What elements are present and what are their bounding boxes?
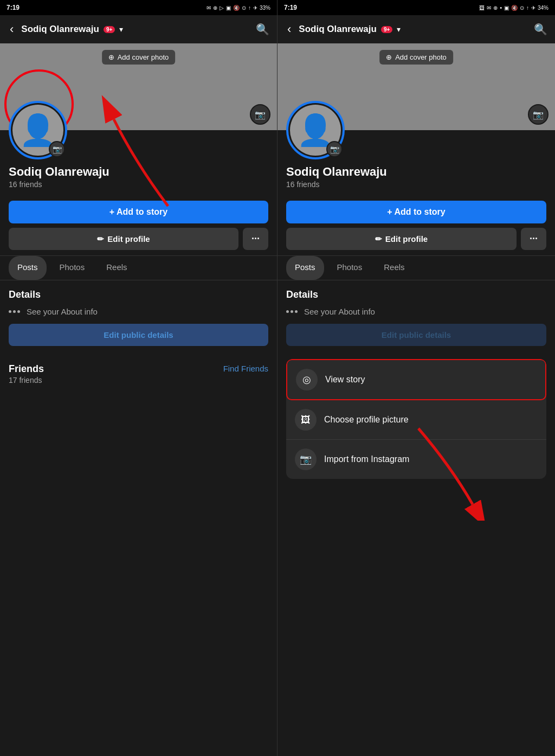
nav-bar-left: ‹ Sodiq Olanrewaju 9+ ▾ 🔍 (0, 15, 277, 43)
whatsapp-icon-r: ⊕ (493, 5, 498, 11)
details-title-right: Details (286, 289, 546, 300)
nav-title-left: Sodiq Olanrewaju (21, 24, 99, 35)
menu-view-story[interactable]: ◎ View story (286, 359, 546, 400)
airplane-icon: ✈ (253, 5, 257, 11)
profile-name-left: Sodiq Olanrewaju (9, 165, 268, 179)
mute-icon-r: 🔇 (511, 5, 518, 11)
choose-picture-icon: 🖼 (295, 409, 317, 431)
nav-title-container-right: Sodiq Olanrewaju 9+ ▾ (299, 24, 528, 35)
signal-icon: ↑ (248, 5, 251, 11)
dot3 (17, 310, 20, 313)
add-cover-btn-right[interactable]: ⊕ Add cover photo (379, 50, 453, 65)
friends-title-left: Friends (9, 363, 44, 375)
rdot3 (295, 310, 298, 313)
search-button-left[interactable]: 🔍 (256, 23, 269, 36)
add-cover-btn-left[interactable]: ⊕ Add cover photo (102, 50, 176, 65)
add-cover-label-right: Add cover photo (395, 53, 447, 61)
cover-camera-btn-left[interactable]: 📷 (250, 104, 270, 125)
add-story-btn-left[interactable]: + Add to story (9, 201, 268, 223)
signal-icon-r: ↑ (526, 5, 529, 11)
nav-badge-left: 9+ (104, 26, 115, 33)
about-dots-right (286, 310, 298, 313)
nav-bar-right: ‹ Sodiq Olanrewaju 9+ ▾ 🔍 (278, 15, 555, 43)
find-friends-btn-left[interactable]: Find Friends (223, 363, 268, 374)
avatar-camera-icon-right: 📷 (330, 145, 339, 153)
dropdown-menu-right: ◎ View story 🖼 Choose profile picture 📷 … (286, 359, 546, 479)
avatar-container-left: 👤 📷 (9, 101, 67, 159)
tabs-right: Posts Photos Reels (278, 255, 555, 280)
view-story-label: View story (325, 375, 365, 385)
profile-section-left: 👤 📷 Sodiq Olanrewaju 16 friends (0, 130, 277, 195)
profile-name-right: Sodiq Olanrewaju (286, 165, 546, 179)
avatar-camera-icon-left: 📷 (53, 145, 62, 153)
nav-dropdown-left[interactable]: ▾ (119, 25, 123, 34)
import-instagram-label: Import from Instagram (324, 454, 409, 464)
about-text-left: See your About info (27, 307, 98, 316)
whatsapp-icon: ⊕ (213, 5, 217, 11)
edit-public-btn-left[interactable]: Edit public details (9, 324, 268, 346)
cover-camera-icon-left: 📷 (255, 110, 266, 120)
secondary-buttons-right: ✏ Edit profile ··· (286, 228, 546, 250)
edit-profile-btn-left[interactable]: ✏ Edit profile (9, 228, 238, 250)
time-left: 7:19 (7, 4, 20, 11)
right-screen: 7:19 🖼 ✉ ⊕ • ▣ 🔇 ⊙ ↑ ✈ 34% ‹ Sodiq Olanr… (278, 0, 555, 756)
add-cover-label-left: Add cover photo (118, 53, 169, 61)
tab-photos-left[interactable]: Photos (51, 256, 94, 280)
back-button-right[interactable]: ‹ (285, 20, 293, 39)
choose-picture-label: Choose profile picture (324, 415, 409, 425)
friends-section-left: Friends 17 friends Find Friends (0, 355, 277, 393)
status-bar-left: 7:19 ✉ ⊕ ▷ ▣ 🔇 ⊙ ↑ ✈ 33% (0, 0, 277, 15)
import-instagram-icon: 📷 (295, 449, 317, 470)
details-section-right: Details See your About info Edit public … (278, 280, 555, 355)
tab-reels-right[interactable]: Reels (375, 256, 413, 280)
friends-count-left: 17 friends (9, 376, 44, 385)
about-dots-left (9, 310, 20, 313)
battery-right: 34% (538, 5, 548, 11)
view-story-icon: ◎ (296, 369, 318, 390)
back-button-left[interactable]: ‹ (8, 20, 16, 39)
wifi-icon: ⊙ (242, 5, 246, 11)
envelope-icon: ✉ (206, 5, 211, 11)
tab-reels-left[interactable]: Reels (98, 256, 135, 280)
avatar-camera-btn-left[interactable]: 📷 (49, 141, 65, 157)
add-cover-icon-left: ⊕ (108, 53, 114, 61)
more-btn-left[interactable]: ··· (243, 228, 268, 250)
edit-icon-right: ✏ (375, 234, 382, 244)
avatar-camera-btn-right[interactable]: 📷 (326, 141, 343, 157)
details-title-left: Details (9, 289, 268, 300)
gallery-icon: 🖼 (479, 5, 485, 11)
action-buttons-left: + Add to story ✏ Edit profile ··· (0, 195, 277, 255)
tab-photos-right[interactable]: Photos (328, 256, 371, 280)
rdot2 (291, 310, 293, 313)
search-button-right[interactable]: 🔍 (534, 23, 547, 36)
cover-camera-btn-right[interactable]: 📷 (528, 104, 548, 125)
cover-camera-icon-right: 📷 (533, 110, 544, 120)
add-story-btn-right[interactable]: + Add to story (286, 201, 546, 223)
add-cover-icon-right: ⊕ (386, 53, 392, 61)
wifi-icon-r: ⊙ (520, 5, 524, 11)
dot1 (9, 310, 11, 313)
play-icon: ▷ (220, 5, 224, 11)
friends-header-left: Friends 17 friends Find Friends (9, 363, 268, 385)
about-text-right: See your About info (304, 307, 375, 316)
battery-left: 33% (260, 5, 270, 11)
nav-dropdown-right[interactable]: ▾ (397, 25, 401, 34)
time-right: 7:19 (284, 4, 297, 11)
nav-badge-right: 9+ (381, 26, 392, 33)
more-btn-right[interactable]: ··· (521, 228, 546, 250)
dot-status: • (500, 5, 502, 11)
rdot1 (286, 310, 289, 313)
edit-profile-btn-right[interactable]: ✏ Edit profile (286, 228, 517, 250)
menu-choose-picture[interactable]: 🖼 Choose profile picture (286, 400, 546, 440)
left-screen: 7:19 ✉ ⊕ ▷ ▣ 🔇 ⊙ ↑ ✈ 33% ‹ Sodiq Olanrew… (0, 0, 278, 756)
edit-icon-left: ✏ (97, 234, 104, 244)
tab-posts-left[interactable]: Posts (9, 256, 47, 280)
status-icons-left: ✉ ⊕ ▷ ▣ 🔇 ⊙ ↑ ✈ 33% (206, 5, 270, 11)
menu-import-instagram[interactable]: 📷 Import from Instagram (286, 440, 546, 479)
status-bar-right: 7:19 🖼 ✉ ⊕ • ▣ 🔇 ⊙ ↑ ✈ 34% (278, 0, 555, 15)
action-buttons-right: + Add to story ✏ Edit profile ··· (278, 195, 555, 255)
sim-icon: ▣ (226, 5, 231, 11)
tab-posts-right[interactable]: Posts (286, 256, 324, 280)
nav-title-container-left: Sodiq Olanrewaju 9+ ▾ (21, 24, 250, 35)
edit-public-btn-right[interactable]: Edit public details (286, 324, 546, 346)
